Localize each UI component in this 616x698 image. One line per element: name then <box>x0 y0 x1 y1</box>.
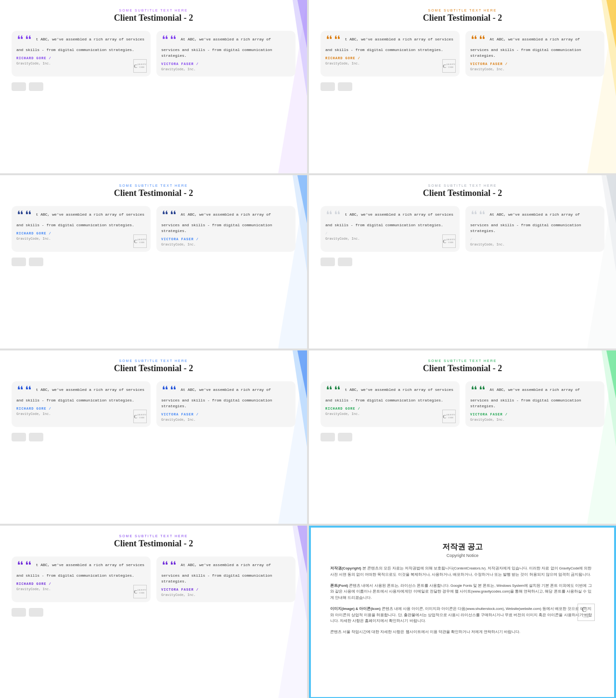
svg-marker-32 <box>606 350 616 399</box>
person-name-3b: Victora Faser / <box>161 237 291 242</box>
quote-mark-2b: ❝❝ <box>470 37 487 47</box>
testimonial-text-6a: t ABC, we've assembled a rich array of s… <box>325 388 453 402</box>
copyright-slide: 저작권 공고 Copyright Notice 저작권(Copyright) 본… <box>309 526 616 698</box>
slide-2: SOME SUBTITLE TEXT HERE Client Testimoni… <box>309 0 616 173</box>
dot-4b <box>338 258 352 266</box>
slide-5: SOME SUBTITLE TEXT HERE Client Testimoni… <box>0 350 307 524</box>
testimonial-card-4b: ❝❝ At ABC, we've assembled a rich array … <box>465 206 604 252</box>
copyright-logo-sub: GRAVITYCONE <box>582 614 590 619</box>
testimonial-row-2: ❝❝ t ABC, we've assembled a rich array o… <box>321 31 604 77</box>
person-company-6a: GravityCode, Inc. <box>325 412 455 417</box>
person-name-2b: Victora Faser / <box>470 62 600 67</box>
testimonial-row-1: ❝❝ t ABC, we've assembled a rich array o… <box>12 31 295 77</box>
person-company-7a: GravityCode, Inc. <box>16 587 146 592</box>
testimonial-card-6b: ❝❝ At ABC, we've assembled a rich array … <box>465 381 604 427</box>
testimonial-text-7a: t ABC, we've assembled a rich array of s… <box>16 563 144 578</box>
testimonial-text-4b: At ABC, we've assembled a rich array of … <box>470 212 581 233</box>
dot-1a <box>12 82 26 91</box>
person-company-3a: GravityCode, Inc. <box>16 236 146 242</box>
quote-mark-1b: ❝❝ <box>161 37 178 47</box>
testimonial-card-3b: ❝❝ At ABC, we've assembled a rich array … <box>156 206 295 252</box>
dot-6b <box>338 433 352 441</box>
testimonial-row-3: ❝❝ t ABC, we've assembled a rich array o… <box>12 206 295 252</box>
person-name-5a: RICHARD GORE / <box>16 406 146 412</box>
quote-mark-4b: ❝❝ <box>470 212 487 222</box>
testimonial-card-5b: ❝❝ At ABC, we've assembled a rich array … <box>156 381 295 427</box>
copyright-footer: 콘텐츠 서울 작업시간에 대한 자세한 사항은 웹사이트에서 이용 약관을 확인… <box>330 629 595 635</box>
quote-mark-2a: ❝❝ <box>325 37 342 47</box>
testimonial-text-5b: At ABC, we've assembled a rich array of … <box>161 388 272 408</box>
slide-subtitle-2: SOME SUBTITLE TEXT HERE <box>321 9 604 12</box>
testimonial-text-2b: At ABC, we've assembled a rich array of … <box>470 37 581 58</box>
person-name-6a: RICHARD GORE / <box>325 406 455 412</box>
quote-mark-6a: ❝❝ <box>325 387 342 398</box>
person-company-4b: GravityCode, Inc. <box>470 242 600 247</box>
person-name-6b: Victora Faser / <box>470 412 600 417</box>
slide-title-1: Client Testimonial - 2 <box>12 13 295 23</box>
dot-5b <box>29 433 43 441</box>
quote-mark-7b: ❝❝ <box>161 562 178 573</box>
testimonial-text-7b: At ABC, we've assembled a rich array of … <box>161 563 272 583</box>
dot-5a <box>12 433 26 441</box>
slide-title-4: Client Testimonial - 2 <box>321 188 604 198</box>
copyright-title-kr: 저작권 공고 <box>442 542 483 552</box>
card-logo-6a: CGRAVITYCODE <box>442 410 456 423</box>
dot-2b <box>338 82 352 91</box>
testimonial-card-7b: ❝❝ At ABC, we've assembled a rich array … <box>156 556 295 602</box>
person-company-1b: GravityCode, Inc. <box>161 67 291 72</box>
slide-subtitle-6: SOME SUBTITLE TEXT HERE <box>321 359 604 362</box>
slide-title-7: Client Testimonial - 2 <box>12 539 295 549</box>
testimonial-text-6b: At ABC, we've assembled a rich array of … <box>470 388 581 408</box>
testimonial-row-7: ❝❝ t ABC, we've assembled a rich array o… <box>12 556 295 602</box>
testimonial-text-5a: t ABC, we've assembled a rich array of s… <box>16 388 144 402</box>
person-company-5b: GravityCode, Inc. <box>161 417 291 423</box>
person-name-4a: / <box>325 231 455 236</box>
svg-marker-38 <box>297 526 307 574</box>
copyright-body: 저작권(Copyright) 본 콘텐츠의 모든 자료는 저작권법에 의해 보호… <box>330 566 595 635</box>
slide-title-2: Client Testimonial - 2 <box>321 13 604 23</box>
dot-7b <box>29 608 43 617</box>
testimonial-row-6: ❝❝ t ABC, we've assembled a rich array o… <box>321 381 604 427</box>
person-company-4a: GravityCode, Inc. <box>325 236 455 242</box>
copyright-label-1: 저작권(Copyright) <box>330 566 361 570</box>
person-company-6b: GravityCode, Inc. <box>470 417 600 423</box>
slide-subtitle-4: SOME SUBTITLE TEXT HERE <box>321 184 604 187</box>
testimonial-card-1b: ❝❝ At ABC, we've assembled a rich array … <box>156 31 295 77</box>
testimonial-card-4a: ❝❝ t ABC, we've assembled a rich array o… <box>321 206 460 252</box>
card-logo-5a: CGRAVITYCODE <box>133 410 147 423</box>
copyright-section-2: 폰트(Font) 콘텐츠 내에서 사용된 폰트는, 라이선스 폰트를 사용합니다… <box>330 583 595 601</box>
dot-row-6 <box>321 433 604 441</box>
dot-7a <box>12 608 26 617</box>
person-company-3b: GravityCode, Inc. <box>161 242 291 247</box>
copyright-text-2-content: 콘텐츠 내에서 사용된 폰트는, 라이선스 폰트를 사용합니다. Google … <box>330 583 592 600</box>
person-name-1a: RICHARD GORE / <box>16 56 146 61</box>
slide-subtitle-1: SOME SUBTITLE TEXT HERE <box>12 9 295 12</box>
dot-2a <box>321 82 335 91</box>
card-logo-7a: CGRAVITYCODE <box>133 585 147 598</box>
copyright-label-2: 폰트(Font) <box>330 583 348 588</box>
dot-row-1 <box>12 82 295 91</box>
slide-title-5: Client Testimonial - 2 <box>12 363 295 374</box>
testimonial-row-4: ❝❝ t ABC, we've assembled a rich array o… <box>321 206 604 252</box>
person-name-5b: Victora Faser / <box>161 412 291 417</box>
quote-mark-1a: ❝❝ <box>16 37 33 47</box>
copyright-title-en: Copyright Notice <box>447 553 479 558</box>
dot-row-2 <box>321 82 604 91</box>
person-company-7b: GravityCode, Inc. <box>161 593 291 598</box>
dot-row-5 <box>12 433 295 441</box>
slide-subtitle-3: SOME SUBTITLE TEXT HERE <box>12 184 295 187</box>
dot-3a <box>12 258 26 266</box>
person-name-7a: RICHARD GORE / <box>16 582 146 587</box>
slide-3: SOME SUBTITLE TEXT HERE Client Testimoni… <box>0 175 307 349</box>
slide-1: SOME SUBTITLE TEXT HERE Client Testimoni… <box>0 0 307 173</box>
svg-marker-20 <box>606 175 616 223</box>
copyright-section-1: 저작권(Copyright) 본 콘텐츠의 모든 자료는 저작권법에 의해 보호… <box>330 566 595 578</box>
person-company-2b: GravityCode, Inc. <box>470 67 600 72</box>
testimonial-text-3b: At ABC, we've assembled a rich array of … <box>161 212 272 233</box>
card-logo-2a: CGRAVITYCODE <box>442 59 456 73</box>
testimonial-card-7a: ❝❝ t ABC, we've assembled a rich array o… <box>12 556 151 602</box>
dot-row-3 <box>12 258 295 266</box>
copyright-section-3: 이미지(Image) & 아이콘(Icon) 콘텐츠 내에 사용 아이콘, 이미… <box>330 606 595 624</box>
copyright-logo: C GRAVITYCONE <box>578 604 595 621</box>
testimonial-card-2a: ❝❝ t ABC, we've assembled a rich array o… <box>321 31 460 77</box>
